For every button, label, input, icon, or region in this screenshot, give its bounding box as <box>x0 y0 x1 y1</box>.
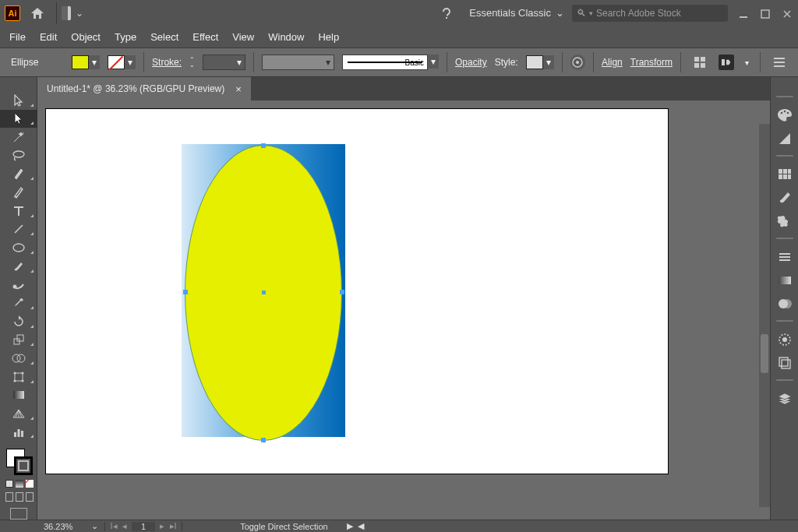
appearance-panel-button[interactable] <box>772 328 797 351</box>
window-close-button[interactable] <box>782 9 793 19</box>
stroke-swatch[interactable]: ▾ <box>108 55 136 69</box>
color-mode-none[interactable] <box>26 480 34 488</box>
menu-help[interactable]: Help <box>318 31 339 43</box>
anchor-handle[interactable] <box>340 290 344 294</box>
direct-selection-tool[interactable] <box>0 110 37 129</box>
pen-tool[interactable] <box>0 165 37 184</box>
gradient-panel-button[interactable] <box>772 269 797 292</box>
paintbrush-tool[interactable] <box>0 257 37 276</box>
chevron-down-icon[interactable]: ▾ <box>745 58 749 67</box>
home-button[interactable] <box>26 2 48 24</box>
workspace-switcher[interactable]: Essentials Classic ⌄ <box>461 7 572 19</box>
free-transform-tool[interactable] <box>0 368 37 386</box>
menu-select[interactable]: Select <box>150 31 178 43</box>
first-artboard-button[interactable]: I◂ <box>108 521 119 531</box>
panel-group-handle[interactable] <box>774 155 796 160</box>
prev-artboard-button[interactable]: ◂ <box>119 521 130 531</box>
scroll-thumb[interactable] <box>761 334 768 373</box>
variable-width-profile-dropdown[interactable]: ▾ <box>262 55 334 70</box>
draw-inside[interactable] <box>26 492 34 502</box>
menu-view[interactable]: View <box>232 31 254 43</box>
document-tab[interactable]: Untitled-1* @ 36.23% (RGB/GPU Preview) × <box>37 77 251 100</box>
draw-normal[interactable] <box>5 492 13 502</box>
style-thumb-icon <box>526 55 543 69</box>
search-stock-field[interactable]: 🔍︎ ▾ Search Adobe Stock <box>572 5 728 22</box>
menu-window[interactable]: Window <box>268 31 304 43</box>
chevron-down-icon[interactable]: ⌄ <box>87 521 101 531</box>
zoom-level-field[interactable]: 36.23% <box>37 522 87 531</box>
vertical-scrollbar[interactable] <box>759 124 770 507</box>
stroke-box-icon <box>14 456 33 475</box>
anchor-handle[interactable] <box>261 143 266 148</box>
divider <box>253 52 254 72</box>
menu-effect[interactable]: Effect <box>192 31 218 43</box>
arrange-documents-button[interactable]: ⌄ <box>62 2 83 24</box>
menu-edit[interactable]: Edit <box>40 31 57 43</box>
perspective-grid-tool[interactable] <box>0 404 37 423</box>
column-graph-tool[interactable] <box>0 423 37 442</box>
color-guide-panel-button[interactable] <box>772 127 797 150</box>
symbols-panel-button[interactable] <box>772 210 797 233</box>
lasso-tool[interactable] <box>0 146 37 165</box>
blob-brush-tool[interactable] <box>0 276 37 294</box>
edit-contents-button[interactable] <box>719 55 734 70</box>
menu-object[interactable]: Object <box>71 31 101 43</box>
last-artboard-button[interactable]: ▸I <box>168 521 178 531</box>
stroke-weight-stepper[interactable]: ⌃⌄ <box>189 57 195 68</box>
opacity-panel-link[interactable]: Opacity <box>455 57 487 68</box>
svg-point-9 <box>13 151 24 157</box>
stroke-panel-link[interactable]: Stroke: <box>152 57 182 68</box>
search-help-icon[interactable] <box>436 3 457 23</box>
brushes-panel-button[interactable] <box>772 186 797 210</box>
transparency-panel-button[interactable] <box>772 292 797 315</box>
panel-group-handle[interactable] <box>774 379 796 384</box>
status-menu-button[interactable]: ▶ <box>347 521 353 531</box>
panel-group-handle[interactable] <box>774 320 796 325</box>
window-minimize-button[interactable] <box>739 9 750 19</box>
control-panel-menu-button[interactable] <box>772 55 787 70</box>
layers-panel-button[interactable] <box>772 387 797 410</box>
ellipse-tool[interactable] <box>0 238 37 257</box>
anchor-handle[interactable] <box>183 290 188 294</box>
stroke-panel-button[interactable] <box>772 245 797 269</box>
gradient-tool[interactable] <box>0 386 37 405</box>
graphic-style-dropdown[interactable]: ▾ <box>526 55 554 69</box>
scale-tool[interactable] <box>0 331 37 350</box>
window-maximize-button[interactable] <box>761 9 772 19</box>
brush-definition-dropdown[interactable]: Basic ▾ <box>342 55 439 70</box>
fill-stroke-indicator[interactable] <box>0 446 37 478</box>
next-artboard-button[interactable]: ▸ <box>157 521 168 531</box>
eyedropper-tool[interactable] <box>0 294 37 312</box>
color-mode-gradient[interactable] <box>16 480 23 488</box>
screen-mode-button[interactable] <box>10 508 27 520</box>
isolate-selected-button[interactable] <box>692 55 708 70</box>
menu-file[interactable]: File <box>9 31 26 43</box>
curvature-tool[interactable] <box>0 183 37 202</box>
canvas-viewport[interactable] <box>37 100 770 520</box>
artboard-number-field[interactable]: 1 <box>132 522 155 531</box>
transform-panel-link[interactable]: Transform <box>630 57 673 68</box>
type-tool[interactable] <box>0 202 37 220</box>
anchor-handle[interactable] <box>261 438 266 442</box>
draw-behind[interactable] <box>16 492 23 502</box>
panel-group-handle[interactable] <box>774 96 796 100</box>
rotate-tool[interactable] <box>0 312 37 331</box>
selection-tool[interactable] <box>0 91 37 110</box>
hscroll-left-button[interactable]: ◀ <box>358 521 364 531</box>
menu-type[interactable]: Type <box>115 31 136 43</box>
graphic-styles-panel-button[interactable] <box>772 351 797 375</box>
swatches-panel-button[interactable] <box>772 163 797 186</box>
close-tab-button[interactable]: × <box>235 83 242 95</box>
line-segment-tool[interactable] <box>0 220 37 239</box>
align-panel-link[interactable]: Align <box>602 57 623 68</box>
shape-builder-tool[interactable] <box>0 349 37 368</box>
magic-wand-tool[interactable] <box>0 128 37 146</box>
center-handle[interactable] <box>262 291 266 294</box>
recolor-artwork-button[interactable] <box>570 55 585 70</box>
color-mode-solid[interactable] <box>5 480 13 488</box>
svg-rect-23 <box>14 432 16 437</box>
stroke-weight-input[interactable]: ▾ <box>203 55 245 70</box>
panel-group-handle[interactable] <box>774 238 796 242</box>
color-panel-button[interactable] <box>772 104 797 127</box>
fill-swatch[interactable]: ▾ <box>72 55 100 69</box>
